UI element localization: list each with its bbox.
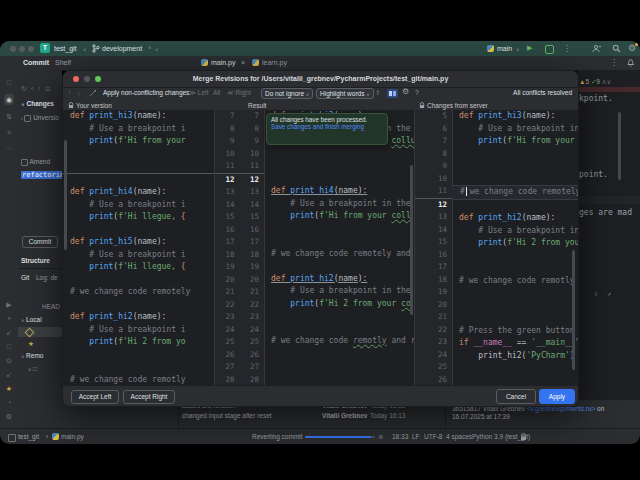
help-icon[interactable]: ? (415, 89, 419, 96)
apply-left-action[interactable]: ≫ Left (189, 89, 208, 97)
close-tab-icon[interactable]: × (241, 59, 245, 66)
ignore-whitespace-dropdown[interactable]: Do not ignore ∨ (261, 88, 313, 99)
apply-all-action[interactable]: All (213, 89, 220, 96)
services-icon[interactable] (545, 45, 554, 54)
pane-changes-from-server[interactable]: def print_hi3(name): # Use a breakpoint … (452, 110, 578, 385)
run-configuration[interactable]: main (497, 45, 512, 52)
line-numbers: 77 (215, 110, 264, 123)
search-everywhere-icon[interactable]: ⊙ (6, 356, 12, 365)
previous-change-icon[interactable]: ↑ (68, 89, 71, 96)
more-icon[interactable]: ⊙ (45, 84, 51, 93)
lock-icon[interactable] (520, 433, 527, 441)
push-icon[interactable]: ↑ (37, 84, 41, 93)
chevron-down-icon: ∨ (21, 102, 25, 107)
changes-node[interactable]: ∨ Changes (21, 100, 54, 107)
selected-branch-row[interactable] (18, 327, 62, 337)
gl-msg: changed input stage after reset (182, 412, 272, 419)
structure-label: Structure (21, 257, 50, 264)
window-minimize-button[interactable] (19, 46, 25, 52)
python-icon (52, 433, 59, 440)
scrollbar[interactable] (410, 165, 413, 315)
diagonal-expand-icon[interactable]: ↗ (607, 290, 611, 298)
more-tools-icon[interactable]: ⋯ (6, 144, 13, 153)
scrollbar[interactable] (618, 112, 621, 180)
expand-icon[interactable]: ⇕ (594, 290, 598, 298)
run-tool-icon[interactable]: ▶ (6, 300, 11, 309)
amend-option[interactable]: Amend (21, 158, 50, 166)
trash-icon[interactable]: □ (7, 342, 11, 351)
cancel-button[interactable]: Cancel (496, 389, 536, 404)
tab-git[interactable]: Git (21, 274, 29, 281)
titlebar: T test_git ∨ development ∧ ∨ main ∨ ▶ ⋮ … (0, 41, 640, 56)
indent-setting[interactable]: 4 spaces (446, 433, 472, 440)
tab-shelf[interactable]: Shelf (55, 59, 71, 66)
structure-tool-icon[interactable]: ≡ (7, 128, 11, 137)
cancel-progress-icon[interactable]: ⊗ (378, 433, 383, 441)
tab-commit[interactable]: Commit (23, 59, 49, 66)
header-result: Result (248, 102, 266, 109)
favorites-icon[interactable]: ★ (6, 384, 12, 393)
pull-requests-icon[interactable]: ⇅ (6, 112, 12, 121)
git-head-node[interactable]: HEAD (42, 303, 60, 310)
update-project-icon[interactable]: ↙ (6, 370, 12, 379)
pull-icon[interactable]: ↙ (6, 328, 12, 337)
kebab-menu-icon[interactable]: ⋮ (610, 58, 618, 67)
progress-label: Reverting commit (252, 433, 303, 440)
kebab-menu-icon[interactable]: ⋮ (563, 44, 571, 53)
tab-log[interactable]: Log: de (36, 274, 58, 281)
unversioned-node[interactable]: › Unversio (21, 114, 59, 122)
inspections-widget[interactable]: ▲5 ✓9 ∧∨ (579, 78, 611, 86)
accept-right-button[interactable]: Accept Right (123, 390, 175, 404)
scrollbar[interactable] (572, 250, 575, 370)
pane-result[interactable]: def print_hi3(name): # Use a breakpoint … (264, 110, 414, 385)
code-fragment: kpoint. (579, 94, 613, 103)
search-icon[interactable] (612, 44, 621, 53)
commit-message-input[interactable]: refactorin (21, 171, 62, 179)
scrollbar[interactable] (64, 140, 67, 250)
git-log-row[interactable]: changed input stage after resetVitalii G… (182, 412, 442, 421)
line-numbers: 25 (415, 361, 452, 374)
run-button[interactable]: ▶ (527, 44, 532, 52)
collapse-unchanged-icon[interactable]: ⇕ (375, 89, 380, 97)
line-numbers: 7 (415, 135, 452, 148)
rollback-icon[interactable]: ‹ (31, 84, 33, 93)
branch-name[interactable]: development (102, 45, 142, 52)
highlight-mode-dropdown[interactable]: Highlight words ∨ (316, 88, 374, 99)
add-user-icon[interactable] (592, 44, 601, 53)
breadcrumb-file[interactable]: main.py (61, 433, 84, 440)
pane-your-version[interactable]: def print_hi3(name): # Use a breakpoint … (63, 110, 214, 385)
folder-icon[interactable]: □ (7, 78, 11, 87)
apply-right-action[interactable]: ≪ Right (227, 89, 251, 97)
window-close-button[interactable] (10, 46, 16, 52)
checkbox[interactable] (24, 115, 31, 122)
caret-position[interactable]: 18:33 (392, 433, 408, 440)
project-name[interactable]: test_git (54, 45, 77, 52)
accept-left-button[interactable]: Accept Left (71, 390, 119, 404)
next-change-icon[interactable]: ↓ (77, 89, 80, 96)
git-local-node[interactable]: ∨ Local (21, 316, 42, 323)
dialog-settings-gear-icon[interactable]: ⚙ (402, 87, 409, 96)
breadcrumb-project[interactable]: test_git (18, 433, 39, 440)
commit-button[interactable]: Commit (22, 236, 58, 248)
line-ending[interactable]: LF (412, 433, 420, 440)
settings-tool-icon[interactable]: ⚙ (6, 412, 12, 421)
window-zoom-button[interactable] (28, 46, 34, 52)
history-icon[interactable]: ◔ (7, 398, 11, 407)
git-remote-node[interactable]: ∨ Remo (21, 352, 43, 359)
file-tab-main[interactable]: main.py (211, 59, 236, 66)
favorite-star-icon[interactable]: ★ (28, 340, 34, 348)
apply-button[interactable]: Apply (539, 389, 575, 404)
amend-checkbox[interactable] (21, 159, 28, 166)
gl-time: Today 16:13 (370, 412, 405, 419)
line-numbers: 2424 (215, 324, 264, 337)
save-and-finish-link[interactable]: Save changes and finish merging (271, 123, 383, 130)
magic-resolve-icon[interactable] (89, 89, 97, 97)
encoding[interactable]: UTF-8 (424, 433, 442, 440)
file-tab-learn[interactable]: learn.py (262, 59, 287, 66)
notifications-bell-icon[interactable] (626, 58, 635, 67)
commit-tool-icon[interactable]: ◉ (4, 94, 14, 105)
progress-fill (305, 436, 371, 438)
viewer-toggle-icon[interactable] (387, 89, 398, 98)
refresh-icon[interactable]: ↻ (21, 84, 27, 93)
add-icon[interactable]: + (7, 314, 11, 323)
